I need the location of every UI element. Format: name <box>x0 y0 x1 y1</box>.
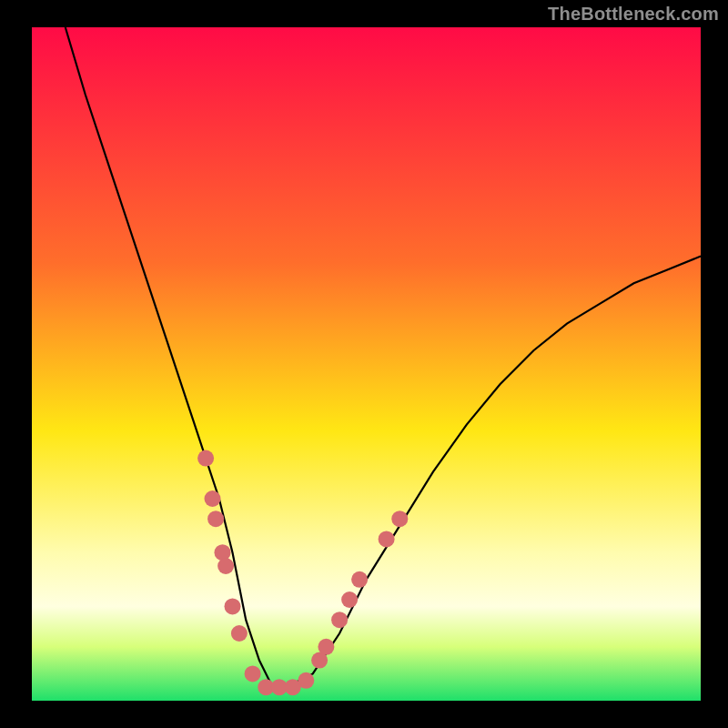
curve-marker <box>318 639 334 655</box>
curve-marker <box>298 672 314 689</box>
curve-marker <box>351 571 368 588</box>
curve-marker <box>205 490 221 507</box>
watermark-text: TheBottleneck.com <box>548 4 719 25</box>
curve-marker <box>231 625 248 642</box>
curve-marker <box>331 612 348 628</box>
chart-svg <box>0 0 728 728</box>
curve-marker <box>207 511 224 527</box>
curve-marker <box>217 558 234 574</box>
curve-marker <box>245 665 261 682</box>
curve-marker <box>341 592 358 608</box>
curve-marker <box>197 450 214 467</box>
chart-stage: TheBottleneck.com <box>0 0 728 728</box>
curve-marker <box>225 598 241 614</box>
curve-marker <box>379 531 395 547</box>
curve-marker <box>391 511 408 527</box>
plot-background <box>32 27 701 701</box>
